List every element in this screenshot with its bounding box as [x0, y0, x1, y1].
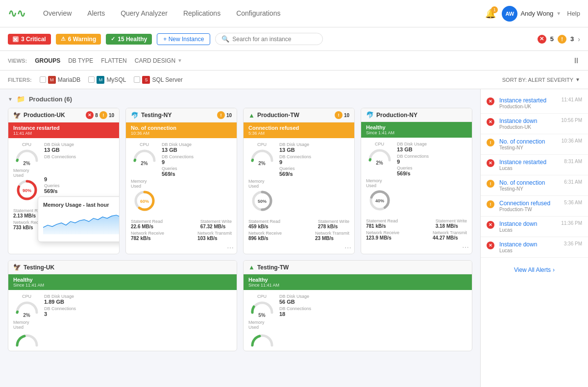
- card-title-text-testing-tw: Testing-TW: [257, 264, 289, 271]
- alert-warn-icon-6: !: [487, 200, 494, 208]
- alert-item-3[interactable]: ! No. of connection Testing-NY 10:36 AM: [481, 134, 588, 155]
- search-icon: 🔍: [221, 35, 229, 43]
- card-status-bar-testing-tw: Healthy Since 11:41 AM: [244, 274, 472, 290]
- healthy-badge[interactable]: ✓ 15 Healthy: [106, 34, 152, 45]
- view-groups[interactable]: GROUPS: [35, 57, 60, 64]
- warning-count: 3: [570, 35, 574, 43]
- user-avatar: AW: [502, 6, 517, 22]
- alert-time-3: 10:36 AM: [562, 138, 582, 144]
- card-menu-button-production-ny[interactable]: ⋯: [462, 243, 469, 251]
- nav-tab-query-analyzer[interactable]: Query Analyzer: [113, 0, 175, 27]
- group-arrow-icon[interactable]: ▼: [8, 97, 13, 102]
- card-metrics-production-tw: CPU 2% DB Disk Usage 13 GB DB Connection…: [244, 138, 354, 217]
- critical-badge[interactable]: ✕ 3 Critical: [8, 34, 51, 45]
- cards-row-2: 🦅 Testing-UK Healthy Since 11:41 AM CPU: [8, 260, 472, 351]
- pause-button[interactable]: ⏸: [572, 56, 580, 65]
- conn-testing-ny: 9: [162, 159, 232, 165]
- card-footer-testing-ny: ⋯: [126, 243, 237, 254]
- card-header-testing-uk: 🦅 Testing-UK: [8, 261, 237, 274]
- card-menu-button-testing-ny[interactable]: ⋯: [227, 244, 234, 252]
- nav-tab-overview[interactable]: Overview: [35, 0, 79, 27]
- alert-item-1[interactable]: ✕ Instance restarted Production-UK 11:41…: [481, 93, 588, 114]
- alert-content-2: Instance down Production-UK: [499, 118, 557, 130]
- search-box[interactable]: 🔍: [215, 33, 323, 45]
- alerts-chevron-icon[interactable]: ›: [578, 35, 580, 43]
- alert-item-4[interactable]: ✕ Instance restarted Lucas 8:31 AM: [481, 155, 588, 175]
- alert-title-8: Instance down: [499, 241, 560, 248]
- conn-production-tw: 9: [279, 159, 349, 165]
- mariadb-checkbox[interactable]: [40, 76, 46, 83]
- mysql-checkbox[interactable]: [88, 76, 95, 83]
- alert-item-6[interactable]: ! Connection refused Production-TW 5:36 …: [481, 196, 588, 217]
- alert-title-5: No. of connection: [499, 179, 560, 186]
- alert-icon-6: !: [487, 200, 495, 208]
- filter-mariadb[interactable]: M MariaDB: [40, 76, 81, 84]
- view-db-type[interactable]: DB TYPE: [68, 57, 93, 64]
- user-menu[interactable]: AW Andy Wong ▼: [502, 6, 561, 22]
- filter-mysql[interactable]: M MySQL: [88, 76, 126, 84]
- cards-row-1: 🦅 Production-UK ✕ 8 ! 10 Instance restar…: [8, 108, 472, 254]
- card-status-text-testing-uk: Healthy: [13, 277, 232, 283]
- warning-badge[interactable]: ⚠ 6 Warning: [56, 34, 101, 45]
- view-flatten[interactable]: FLATTEN: [101, 57, 126, 64]
- view-all-alerts-button[interactable]: View All Alerts ›: [481, 262, 588, 278]
- alert-sub-6: Production-TW: [499, 207, 560, 212]
- warning-count-icon: !: [558, 35, 566, 44]
- disk-label: DB Disk Usage: [44, 142, 114, 147]
- view-all-label: View All Alerts: [514, 266, 551, 273]
- card-metrics-testing-tw: CPU 5% DB Disk Usage 56 GB DB Connection…: [244, 290, 472, 351]
- sort-by-button[interactable]: SORT BY: ALERT SEVERITY ▼: [502, 77, 580, 83]
- stmt-write-testing-ny: 67.32 MB/s: [200, 224, 232, 229]
- nav-right: 🔔 1 AW Andy Wong ▼ Help: [485, 6, 580, 22]
- cpu-value-testing-uk: 2%: [23, 313, 30, 318]
- card-status-time-production-tw: 5:36 AM: [248, 131, 349, 136]
- alert-item-2[interactable]: ✕ Instance down Production-UK 10:56 PM: [481, 114, 588, 134]
- card-status-bar-production-ny: Healthy Since 1:41 AM: [361, 122, 472, 138]
- card-warning-badge-production-tw: !: [335, 111, 343, 119]
- critical-icon: ✕: [13, 36, 19, 42]
- card-metrics-testing-uk: CPU 2% DB Disk Usage 1.89 GB DB Connecti…: [8, 290, 237, 351]
- cpu-label-production-uk: CPU: [22, 142, 31, 147]
- alert-sub-1: Production-UK: [499, 104, 558, 109]
- critical-count: 5: [550, 35, 554, 43]
- card-status-bar-production-uk: Instance restarted 11:41 AM: [8, 122, 119, 138]
- critical-count-icon: ✕: [538, 35, 546, 44]
- help-button[interactable]: Help: [567, 10, 580, 17]
- alert-content-3: No. of connection Testing-NY: [499, 138, 558, 150]
- sort-by-label: SORT BY: ALERT SEVERITY: [502, 77, 573, 83]
- search-input[interactable]: [232, 36, 311, 43]
- alert-sub-5: Testing-NY: [499, 186, 560, 192]
- conn-testing-uk: 3: [44, 311, 232, 317]
- alert-time-7: 11:36 PM: [561, 220, 582, 226]
- nav-tab-replications[interactable]: Replications: [175, 0, 228, 27]
- card-menu-button-production-tw[interactable]: ⋯: [344, 244, 351, 252]
- card-status-time: 11:41 AM: [13, 131, 114, 136]
- card-status-time-production-ny: Since 1:41 AM: [366, 130, 467, 135]
- card-production-uk: 🦅 Production-UK ✕ 8 ! 10 Instance restar…: [8, 108, 120, 254]
- memory-gauge-testing-uk: [15, 330, 39, 347]
- cpu-value-testing-ny: 2%: [141, 161, 147, 166]
- alert-title-3: No. of connection: [499, 138, 558, 145]
- card-status-text-production-tw: Connection refused: [248, 125, 349, 131]
- alert-time-2: 10:56 PM: [561, 118, 582, 123]
- filter-sqlserver[interactable]: S SQL Server: [134, 76, 182, 84]
- card-title-text-testing-uk: Testing-UK: [24, 264, 54, 271]
- card-status-time-testing-ny: 10:36 AM: [131, 131, 232, 136]
- nav-tab-alerts[interactable]: Alerts: [79, 0, 113, 27]
- alert-warn-icon-5: !: [487, 180, 494, 188]
- card-footer-production-ny: ⋯: [361, 242, 472, 253]
- cpu-value-production-tw: 2%: [258, 161, 265, 166]
- filters-label: FILTERS:: [8, 77, 32, 83]
- new-instance-button[interactable]: + New Instance: [157, 33, 210, 45]
- disk-value-production-uk: 13 GB: [44, 147, 114, 153]
- alert-item-7[interactable]: ✕ Instance down Lucas 11:36 PM: [481, 217, 588, 237]
- card-header-production-uk: 🦅 Production-UK ✕ 8 ! 10: [8, 108, 119, 122]
- alert-item-8[interactable]: ✕ Instance down Lucas 3:36 PM: [481, 237, 588, 258]
- sqlserver-checkbox[interactable]: [134, 76, 140, 83]
- nav-tab-configurations[interactable]: Configurations: [228, 0, 288, 27]
- alert-icon-7: ✕: [487, 221, 495, 229]
- view-card-design[interactable]: CARD DESIGN ▼: [135, 57, 182, 64]
- alert-item-5[interactable]: ! No. of connection Testing-NY 6:31 AM: [481, 175, 588, 196]
- alert-title-7: Instance down: [499, 220, 557, 227]
- notification-bell[interactable]: 🔔 1: [485, 8, 496, 19]
